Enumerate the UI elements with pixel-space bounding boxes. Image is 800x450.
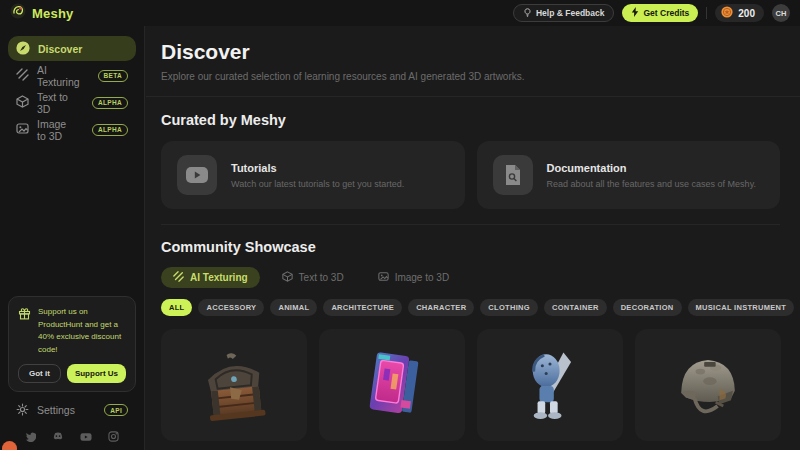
lightning-icon [631, 7, 639, 19]
brand[interactable]: Meshy [10, 3, 73, 23]
user-avatar[interactable]: CH [772, 4, 790, 22]
documentation-description: Read about all the features and use case… [547, 179, 756, 189]
sidebar-item-ai-texturing[interactable]: AI Texturing BETA [8, 63, 136, 88]
showcase-item: KN Box Knight42 [319, 329, 465, 450]
showcase-item: AV Armed beast AvAR [477, 329, 623, 450]
showcase-item: PR Marine Corps Helmet Proton [635, 329, 781, 450]
youtube-icon[interactable] [80, 428, 92, 446]
filter-chip-decoration[interactable]: DECORATION [613, 299, 682, 316]
sidebar-item-settings[interactable]: Settings API [8, 398, 136, 422]
documentation-title: Documentation [547, 162, 756, 174]
gift-icon [18, 306, 31, 356]
support-us-button[interactable]: Support Us [67, 364, 126, 383]
alpha-badge: ALPHA [92, 124, 128, 136]
meshy-app: Meshy Help & Feedback Get Credits 200 [0, 0, 800, 450]
showcase-item: HA A chest Hannah [161, 329, 307, 450]
texture-icon [173, 271, 184, 284]
api-badge: API [104, 404, 128, 416]
filter-chip-musical-instrument[interactable]: MUSICAL INSTRUMENT [688, 299, 795, 316]
cube-icon [16, 95, 29, 110]
tab-label: Text to 3D [299, 272, 344, 283]
support-banner: Support us on ProductHunt and get a 40% … [8, 296, 136, 392]
discord-icon[interactable] [52, 428, 64, 446]
chat-launcher[interactable] [2, 441, 17, 450]
filter-chip-clothing[interactable]: CLOTHING [480, 299, 538, 316]
curated-section: Curated by Meshy Tutorials Watch our lat… [146, 112, 800, 209]
meshy-logo-icon [10, 3, 26, 23]
get-credits-button[interactable]: Get Credits [622, 4, 698, 22]
sidebar-item-label: AI Texturing [37, 64, 82, 88]
alpha-badge: ALPHA [92, 97, 128, 109]
filter-chip-accessory[interactable]: ACCESSORY [198, 299, 264, 316]
tab-image-to-3d[interactable]: Image to 3D [366, 267, 461, 288]
showcase-tabs: AI Texturing Text to 3D Image to 3D [161, 267, 780, 288]
coin-icon [721, 6, 733, 20]
filter-chip-architecture[interactable]: ARCHITECTURE [323, 299, 402, 316]
showcase-grid: HA A chest Hannah [161, 329, 780, 450]
got-it-button[interactable]: Got it [18, 364, 61, 383]
showcase-heading: Community Showcase [161, 239, 780, 255]
settings-label: Settings [37, 404, 75, 416]
topbar-actions: Help & Feedback Get Credits 200 CH [513, 4, 790, 22]
sidebar-item-image-to-3d[interactable]: Image to 3D ALPHA [8, 117, 136, 142]
bulb-icon [523, 8, 532, 19]
sidebar-nav: Discover AI Texturing BETA Text to 3D AL… [0, 26, 144, 142]
model-thumbnail-armed-beast[interactable] [477, 329, 623, 441]
credits-balance[interactable]: 200 [715, 4, 764, 22]
gear-icon [16, 403, 29, 418]
texture-icon [16, 68, 29, 83]
curated-heading: Curated by Meshy [161, 112, 780, 128]
image-icon [378, 271, 389, 284]
sidebar: Discover AI Texturing BETA Text to 3D AL… [0, 26, 145, 450]
beta-badge: BETA [98, 70, 128, 82]
main-content: Discover Explore our curated selection o… [146, 26, 800, 450]
sidebar-item-label: Text to 3D [37, 91, 76, 115]
filter-chip-character[interactable]: CHARACTER [408, 299, 474, 316]
discover-icon [16, 41, 30, 57]
play-icon [177, 155, 217, 195]
topbar: Meshy Help & Feedback Get Credits 200 [0, 0, 800, 26]
tutorials-card[interactable]: Tutorials Watch our latest tutorials to … [161, 141, 465, 209]
model-thumbnail-chest[interactable] [161, 329, 307, 441]
section-divider [161, 224, 780, 225]
tutorials-description: Watch our latest tutorials to get you st… [231, 179, 404, 189]
documentation-card[interactable]: Documentation Read about all the feature… [477, 141, 781, 209]
credits-count: 200 [738, 8, 755, 19]
topbar-divider [706, 7, 707, 19]
cube-icon [282, 271, 293, 284]
filter-chip-container[interactable]: CONTAINER [544, 299, 607, 316]
twitter-icon[interactable] [25, 428, 36, 446]
filter-chips: ALL ACCESSORY ANIMAL ARCHITECTURE CHARAC… [161, 299, 780, 316]
model-thumbnail-helmet[interactable] [635, 329, 781, 441]
get-credits-label: Get Credits [643, 8, 689, 18]
support-banner-text: Support us on ProductHunt and get a 40% … [38, 306, 126, 356]
help-feedback-label: Help & Feedback [536, 8, 605, 18]
tab-label: Image to 3D [395, 272, 449, 283]
instagram-icon[interactable] [108, 428, 119, 446]
sidebar-item-text-to-3d[interactable]: Text to 3D ALPHA [8, 90, 136, 115]
showcase-section: Community Showcase AI Texturing Text to … [146, 239, 800, 450]
sidebar-item-discover[interactable]: Discover [8, 36, 136, 61]
sidebar-item-label: Discover [38, 43, 82, 55]
document-icon [493, 155, 533, 195]
tutorials-title: Tutorials [231, 162, 404, 174]
tab-text-to-3d[interactable]: Text to 3D [270, 267, 356, 288]
social-links [0, 428, 144, 446]
filter-chip-all[interactable]: ALL [161, 299, 192, 316]
tab-ai-texturing[interactable]: AI Texturing [161, 267, 260, 288]
page-header: Discover Explore our curated selection o… [146, 26, 800, 97]
page-subtitle: Explore our curated selection of learnin… [161, 71, 780, 82]
model-thumbnail-box[interactable] [319, 329, 465, 441]
brand-name: Meshy [32, 6, 73, 21]
tab-label: AI Texturing [190, 272, 248, 283]
sidebar-item-label: Image to 3D [37, 118, 76, 142]
image-icon [16, 122, 29, 137]
page-title: Discover [161, 40, 780, 64]
help-feedback-button[interactable]: Help & Feedback [513, 4, 615, 22]
filter-chip-animal[interactable]: ANIMAL [270, 299, 317, 316]
